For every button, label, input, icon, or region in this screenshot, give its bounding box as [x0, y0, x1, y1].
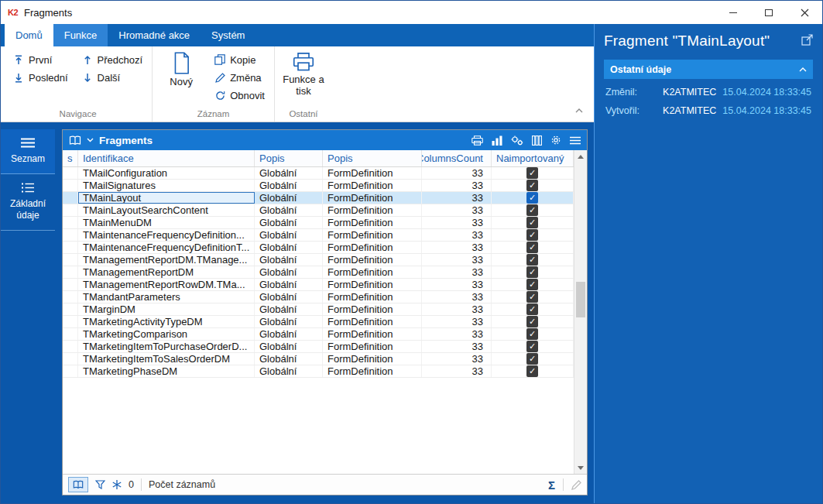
menu-icon[interactable] — [570, 136, 581, 145]
cell-popis: Globální — [255, 192, 323, 204]
copy-button[interactable]: Kopie — [211, 52, 268, 67]
checkbox-checked-icon[interactable]: ✓ — [526, 217, 538, 228]
tab-hromadne-akce[interactable]: Hromadné akce — [108, 24, 201, 46]
checkbox-checked-icon[interactable]: ✓ — [526, 204, 538, 216]
checkbox-checked-icon[interactable]: ✓ — [526, 316, 538, 327]
cell-naimportovany: ✓ — [492, 353, 574, 365]
checkbox-checked-icon[interactable]: ✓ — [526, 167, 538, 179]
sidebar-item-zakladni-udaje[interactable]: Základní údaje — [1, 174, 55, 231]
checkbox-checked-icon[interactable]: ✓ — [526, 328, 538, 340]
table-row[interactable]: TMainLayoutGlobálníFormDefinition33✓ — [63, 192, 574, 204]
cell-popis: Globální — [255, 365, 323, 377]
column-header-popis[interactable]: Popis — [255, 150, 323, 166]
refresh-button[interactable]: Obnovit — [211, 87, 268, 103]
table-row[interactable]: TMarketingItemToPurchaseOrderD...Globáln… — [63, 341, 574, 353]
scroll-down-arrow-icon[interactable] — [574, 461, 587, 474]
column-header-s[interactable]: s — [63, 150, 78, 166]
cell-popis: Globální — [255, 204, 323, 216]
checkbox-checked-icon[interactable]: ✓ — [526, 242, 538, 253]
section-header-ostatni-udaje[interactable]: Ostatní údaje — [604, 60, 813, 79]
table-row[interactable]: TMarginDMGlobálníFormDefinition33✓ — [63, 303, 574, 316]
cell-s — [63, 217, 78, 228]
last-record-button[interactable]: Poslední — [10, 70, 71, 85]
ribbon-collapse-button[interactable] — [575, 102, 583, 116]
cell-popis2: FormDefinition — [323, 291, 422, 303]
checkbox-checked-icon[interactable]: ✓ — [526, 303, 538, 315]
column-header-popis2[interactable]: Popis — [323, 150, 422, 166]
checkbox-checked-icon[interactable]: ✓ — [526, 266, 538, 278]
checkbox-checked-icon[interactable]: ✓ — [526, 291, 538, 303]
table-row[interactable]: TMailConfigurationGlobálníFormDefinition… — [63, 167, 574, 180]
checkbox-checked-icon[interactable]: ✓ — [526, 254, 538, 266]
close-button[interactable] — [787, 1, 822, 24]
change-button[interactable]: Změna — [211, 70, 268, 85]
gears-icon[interactable] — [511, 135, 523, 146]
chart-icon[interactable] — [492, 135, 502, 146]
column-header-identifikace[interactable]: Identifikace — [78, 150, 255, 166]
cell-identifikace: TMarketingActivityTypeDM — [78, 316, 255, 327]
maximize-icon — [765, 9, 773, 16]
columns-icon[interactable] — [532, 135, 542, 146]
table-row[interactable]: TManagementReportRowDM.TMa...GlobálníFor… — [63, 279, 574, 291]
column-header-naimportovany[interactable]: Naimportovaný — [492, 150, 574, 166]
next-record-button[interactable]: Další — [79, 70, 146, 85]
settings-gear-icon[interactable] — [550, 135, 561, 146]
checkbox-checked-icon[interactable]: ✓ — [526, 229, 538, 241]
cell-popis2: FormDefinition — [323, 303, 422, 315]
last-record-label: Poslední — [29, 72, 68, 84]
table-row[interactable]: TMainMenuDMGlobálníFormDefinition33✓ — [63, 217, 574, 229]
list-menu-icon — [21, 138, 35, 148]
table-row[interactable]: TMarketingActivityTypeDMGlobálníFormDefi… — [63, 316, 574, 328]
table-row[interactable]: TManagementReportDM.TManage...GlobálníFo… — [63, 254, 574, 266]
cell-s — [63, 204, 78, 216]
table-row[interactable]: TMarketingComparisonGlobálníFormDefiniti… — [63, 328, 574, 341]
minimize-button[interactable] — [715, 1, 751, 24]
open-external-icon[interactable] — [801, 33, 813, 49]
column-header-columnscount[interactable]: ColumnsCount — [422, 150, 492, 166]
maximize-button[interactable] — [751, 1, 787, 24]
checkbox-checked-icon[interactable]: ✓ — [526, 353, 538, 365]
table-row[interactable]: TMandantParametersGlobálníFormDefinition… — [63, 291, 574, 303]
cell-naimportovany: ✓ — [492, 279, 574, 290]
scrollbar-track[interactable] — [574, 163, 587, 461]
print-icon[interactable] — [472, 135, 483, 146]
table-row[interactable]: TMaintenanceFrequencyDefinition...Globál… — [63, 229, 574, 242]
checkbox-checked-icon[interactable]: ✓ — [526, 192, 538, 204]
tab-funkce[interactable]: Funkce — [53, 24, 108, 46]
first-record-button[interactable]: První — [10, 52, 71, 67]
filter-icon[interactable] — [95, 480, 105, 489]
cell-identifikace: TMarketingComparison — [78, 328, 255, 340]
checkbox-checked-icon[interactable]: ✓ — [526, 180, 538, 191]
scroll-up-arrow-icon[interactable] — [574, 150, 587, 163]
cell-naimportovany: ✓ — [492, 192, 574, 204]
previous-record-button[interactable]: Předchozí — [79, 52, 146, 67]
scrollbar-thumb[interactable] — [576, 282, 585, 317]
tab-domu[interactable]: Domů — [5, 24, 53, 46]
book-columns-icon[interactable] — [69, 135, 81, 146]
tab-system[interactable]: Systém — [201, 24, 255, 46]
columns-view-toggle[interactable] — [68, 477, 88, 492]
chevron-up-icon — [575, 108, 583, 113]
edit-pencil-icon[interactable] — [571, 480, 581, 490]
condition-icon[interactable] — [112, 480, 122, 489]
checkbox-checked-icon[interactable]: ✓ — [526, 341, 538, 352]
cell-s — [63, 167, 78, 179]
cell-popis: Globální — [255, 341, 323, 352]
left-pane: Domů Funkce Hromadné akce Systém První — [1, 24, 594, 503]
table-row[interactable]: TMainLayoutSearchContentGlobálníFormDefi… — [63, 204, 574, 217]
new-record-button[interactable]: Nový — [159, 46, 204, 108]
functions-print-button[interactable]: Funkce a tisk — [281, 46, 326, 108]
functions-print-label: Funkce a tisk — [281, 74, 326, 98]
table-row[interactable]: TManagementReportDMGlobálníFormDefinitio… — [63, 266, 574, 279]
refresh-label: Obnovit — [230, 90, 265, 101]
chevron-down-icon[interactable] — [87, 138, 94, 142]
table-row[interactable]: TMarketingPhaseDMGlobálníFormDefinition3… — [63, 365, 574, 378]
sum-icon[interactable]: Σ — [548, 478, 555, 492]
table-row[interactable]: TMailSignaturesGlobálníFormDefinition33✓ — [63, 180, 574, 192]
checkbox-checked-icon[interactable]: ✓ — [526, 279, 538, 290]
sidebar-item-seznam[interactable]: Seznam — [1, 129, 55, 174]
table-row[interactable]: TMaintenanceFrequencyDefinitionT...Globá… — [63, 242, 574, 254]
vertical-scrollbar[interactable] — [574, 150, 587, 474]
table-row[interactable]: TMarketingItemToSalesOrderDMGlobálníForm… — [63, 353, 574, 365]
checkbox-checked-icon[interactable]: ✓ — [526, 365, 538, 377]
